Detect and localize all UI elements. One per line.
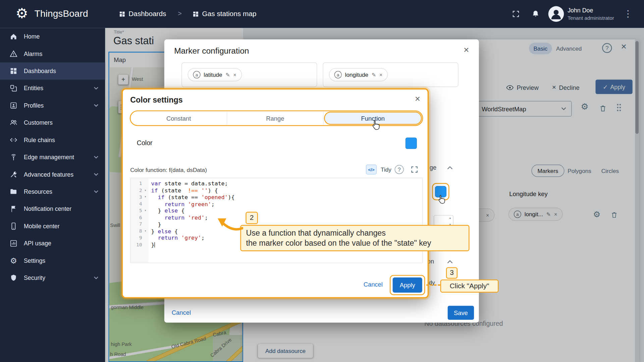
color-settings-dialog: Color settings × Constant Range Function… [121, 88, 429, 298]
app-logo-icon: ⚙ [16, 5, 28, 21]
code-line[interactable]: 6 return 'red'; [130, 214, 422, 221]
sidebar-item-edge-management[interactable]: Edge management [0, 148, 105, 166]
close-icon[interactable]: × [233, 72, 236, 78]
edit-icon[interactable]: ✎ [372, 72, 376, 78]
chevron-down-icon [94, 190, 99, 193]
sidebar-item-resources[interactable]: Resources [0, 183, 105, 200]
code-line[interactable]: 1var state = data.state; [130, 180, 422, 187]
dialog-title: Marker configuration [174, 46, 249, 56]
sidebar-item-entities[interactable]: Entities [0, 80, 105, 97]
latitude-key-chip[interactable]: a latitude ✎ × [188, 68, 242, 81]
notifications-bell-icon[interactable] [531, 9, 539, 18]
dashboards-icon [9, 66, 18, 75]
code-text: return 'grey'; [149, 234, 205, 241]
sidebar-item-profiles[interactable]: Profiles [0, 97, 105, 114]
sidebar-item-security[interactable]: Security [0, 269, 105, 286]
tidy-button[interactable]: Tidy [381, 166, 391, 173]
smartphone-icon [9, 222, 18, 231]
entities-icon [9, 84, 18, 93]
sidebar-item-home[interactable]: Home [0, 28, 105, 45]
chevron-down-icon [94, 156, 99, 159]
code-toggle-button[interactable]: </> [366, 165, 377, 174]
code-text: return 'green'; [149, 200, 215, 207]
sidebar-item-label: Mobile center [24, 223, 60, 230]
line-number: 6 [130, 214, 142, 221]
tab-constant[interactable]: Constant [130, 111, 227, 125]
code-line[interactable]: 3▾ if (state == 'opened'){ [130, 194, 422, 200]
line-number: 8 [130, 228, 142, 234]
close-icon[interactable]: × [464, 44, 469, 55]
line-number: 10 [130, 241, 142, 248]
close-icon[interactable]: × [379, 72, 382, 78]
color-swatch[interactable] [406, 137, 417, 149]
section-label-fragment: ge [430, 164, 436, 171]
save-button[interactable]: Save [448, 306, 474, 320]
sidebar-item-api-usage[interactable]: API usage [0, 235, 105, 252]
breadcrumb-section[interactable]: Dashboards [128, 10, 166, 18]
code-text: return 'red'; [149, 214, 208, 221]
flag-icon [9, 204, 18, 214]
edit-icon[interactable]: ✎ [225, 72, 230, 78]
text-caret [155, 242, 155, 247]
fold-icon [142, 234, 149, 241]
chevron-down-icon [94, 276, 99, 280]
dashboards-icon [119, 11, 126, 18]
sidebar-item-mobile-center[interactable]: Mobile center [0, 218, 105, 235]
fullscreen-icon[interactable] [410, 165, 418, 173]
line-number: 2 [130, 187, 142, 194]
code-text: var state = data.state; [149, 180, 228, 187]
longitude-key-chip[interactable]: a longitude ✎ × [329, 68, 388, 81]
fold-icon[interactable]: ▾ [142, 187, 149, 194]
fold-icon[interactable]: ▾ [142, 228, 149, 234]
chart-icon [9, 239, 18, 248]
tutorial-step3-number: 3 [446, 267, 458, 279]
sidebar-item-label: Home [24, 33, 40, 40]
sidebar-item-label: Advanced features [24, 171, 73, 178]
sidebar-item-label: Security [24, 275, 45, 281]
sidebar-item-settings[interactable]: ⚙ Settings [0, 252, 105, 269]
folder-icon [9, 187, 18, 196]
tab-range[interactable]: Range [227, 111, 324, 125]
code-text: } else { [149, 207, 184, 214]
sidebar-item-advanced-features[interactable]: Advanced features [0, 166, 105, 183]
sidebar-item-label: Resources [24, 188, 52, 195]
color-label: Color [137, 139, 153, 147]
stepper-up-icon[interactable]: ▴ [449, 216, 451, 220]
help-icon[interactable]: ? [395, 165, 404, 174]
cancel-button[interactable]: Cancel [172, 309, 191, 316]
fullscreen-icon[interactable] [512, 10, 520, 18]
apply-button-highlight: Apply [390, 275, 425, 295]
chevron-down-icon [94, 173, 99, 176]
sidebar-item-label: Customers [24, 119, 53, 126]
sidebar-item-alarms[interactable]: Alarms [0, 45, 105, 62]
fold-icon [142, 180, 149, 187]
code-line[interactable]: 4 return 'green'; [130, 200, 422, 207]
sidebar-item-dashboards[interactable]: Dashboards [0, 62, 105, 79]
fold-icon [142, 221, 149, 228]
cancel-button[interactable]: Cancel [364, 281, 383, 288]
code-line[interactable]: 2▾if (state !== '') { [130, 187, 422, 194]
fold-icon [142, 241, 149, 248]
sidebar-item-rule-chains[interactable]: Rule chains [0, 131, 105, 148]
avatar[interactable] [548, 6, 564, 22]
chevron-up-icon[interactable] [447, 260, 453, 264]
tutorial-step2-line2: the marker color based on the value of t… [246, 238, 464, 248]
chevron-up-icon[interactable] [447, 166, 453, 170]
tutorial-arrow [217, 215, 243, 232]
fold-icon[interactable]: ▾ [142, 194, 149, 200]
fold-icon [142, 214, 149, 221]
tutorial-step2-number: 2 [246, 212, 258, 224]
fold-icon[interactable]: ▾ [142, 207, 149, 214]
sidebar-item-label: Notification center [24, 205, 71, 212]
close-icon[interactable]: × [415, 94, 420, 104]
sidebar-item-notification-center[interactable]: Notification center [0, 200, 105, 218]
latitude-chip-label: latitude [204, 71, 222, 78]
sidebar-item-customers[interactable]: Customers [0, 114, 105, 131]
code-text: } else { [149, 228, 178, 234]
apply-button[interactable]: Apply [393, 278, 422, 293]
chevron-down-icon [94, 104, 99, 107]
code-line[interactable]: 5▾ } else { [130, 207, 422, 214]
customers-icon [9, 118, 18, 127]
longitude-chip-label: longitude [345, 71, 369, 78]
kebab-menu-icon[interactable]: ⋮ [624, 9, 633, 19]
